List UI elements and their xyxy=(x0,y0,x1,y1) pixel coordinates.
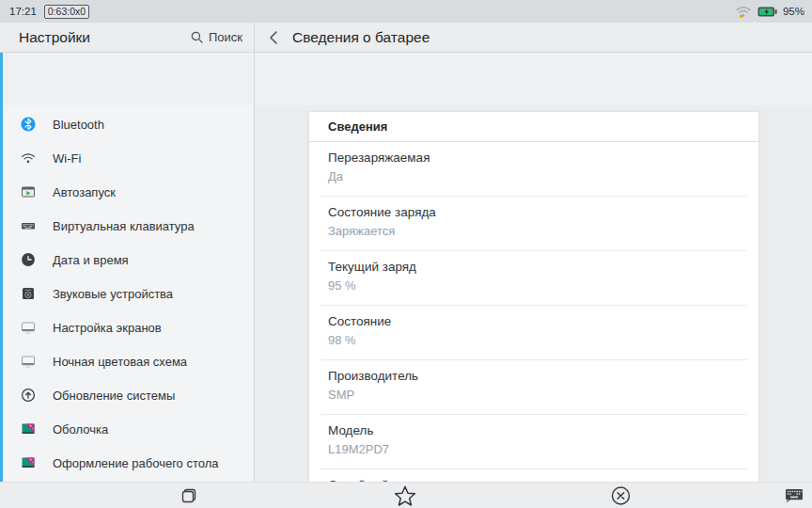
windows-icon xyxy=(180,487,197,504)
bluetooth-icon xyxy=(21,117,36,132)
sidebar-item-datetime[interactable]: Дата и время xyxy=(0,243,254,277)
battery-percent: 95% xyxy=(783,6,804,17)
search-label: Поиск xyxy=(209,30,242,44)
sidebar-item-system-update[interactable]: Обновление системы xyxy=(0,378,254,412)
content-title: Сведения о батарее xyxy=(292,29,429,46)
sidebar-item-desktop-theme[interactable]: Оформление рабочего стола xyxy=(0,446,254,480)
search-icon xyxy=(191,31,203,43)
audio-devices-icon xyxy=(21,286,36,301)
session-indicator: 0:63:0x0 xyxy=(44,5,89,19)
detail-label: Модель xyxy=(328,423,740,437)
status-bar: 17:21 0:63:0x0 xyxy=(0,0,812,23)
sidebar-item-label: Дата и время xyxy=(53,253,129,267)
sidebar-item-bluetooth[interactable]: Bluetooth xyxy=(0,107,254,141)
detail-value: SMP xyxy=(328,388,740,402)
detail-value: 95 % xyxy=(328,278,740,293)
chevron-left-icon xyxy=(269,30,278,45)
back-button[interactable] xyxy=(269,30,278,45)
sidebar-item-shell[interactable]: Оболочка xyxy=(0,412,254,446)
detail-value: L19M2PD7 xyxy=(328,442,740,456)
shell-icon xyxy=(21,421,36,437)
detail-row: Текущий заряд 95 % xyxy=(309,251,758,306)
sidebar-item-label: Оформление рабочего стола xyxy=(53,456,219,470)
battery-charging-icon[interactable] xyxy=(757,7,777,17)
content-header: Сведения о батарее xyxy=(255,23,812,53)
card-header: Сведения xyxy=(309,112,758,142)
sidebar-item-virtual-keyboard[interactable]: Виртуальная клавиатура xyxy=(0,209,254,243)
sidebar: Bluetooth Wi-Fi xyxy=(0,105,254,482)
sidebar-item-audio-devices[interactable]: Звуковые устройства xyxy=(0,277,254,310)
sidebar-item-label: Автозапуск xyxy=(53,185,116,199)
detail-label: Перезаряжаемая xyxy=(328,151,740,165)
card-header-label: Сведения xyxy=(328,119,387,134)
sidebar-item-label: Ночная цветовая схема xyxy=(53,355,187,369)
search-button[interactable]: Поиск xyxy=(191,30,242,44)
sidebar-item-label: Виртуальная клавиатура xyxy=(53,219,195,233)
clock-icon xyxy=(21,252,36,267)
sidebar-item-label: Звуковые устройства xyxy=(53,287,173,301)
detail-row: Перезаряжаемая Да xyxy=(309,142,758,197)
close-app-button[interactable] xyxy=(611,485,631,505)
detail-row: Производитель SMP xyxy=(309,360,758,415)
virtual-keyboard-icon xyxy=(21,218,36,233)
sidebar-item-night-color[interactable]: Ночная цветовая схема xyxy=(0,344,254,378)
night-color-icon xyxy=(21,354,36,369)
star-outline-icon xyxy=(394,484,416,506)
detail-value: Заряжается xyxy=(328,224,740,238)
autostart-icon xyxy=(21,184,36,199)
sidebar-item-label: Wi-Fi xyxy=(53,151,81,166)
desktop-theme-icon xyxy=(21,455,36,470)
task-switcher-button[interactable] xyxy=(180,487,197,504)
main-area: Bluetooth Wi-Fi xyxy=(0,53,812,482)
detail-label: Текущий заряд xyxy=(328,260,740,274)
battery-details-panel: Сведения Перезаряжаемая Да Состояние зар… xyxy=(255,105,812,482)
sidebar-item-autostart[interactable]: Автозапуск xyxy=(0,175,254,209)
sidebar-item-display-settings[interactable]: Настройка экранов xyxy=(0,310,254,344)
detail-label: Состояние заряда xyxy=(328,205,740,219)
bottom-bar xyxy=(0,482,812,508)
sidebar-item-label: Bluetooth xyxy=(53,118,104,132)
detail-row: Состояние 98 % xyxy=(309,306,758,360)
panel-divider xyxy=(254,23,255,482)
detail-row: Состояние заряда Заряжается xyxy=(309,197,758,251)
detail-row: Серийный номер 1115 xyxy=(309,469,758,482)
clock-time: 17:21 xyxy=(9,6,37,17)
page-title: Настройки xyxy=(19,29,90,46)
sidebar-item-label: Настройка экранов xyxy=(53,321,162,335)
system-update-icon xyxy=(21,388,36,403)
keyboard-icon xyxy=(785,488,804,503)
display-icon xyxy=(21,320,36,335)
favorites-button[interactable] xyxy=(394,484,416,506)
sidebar-item-label: Оболочка xyxy=(53,422,108,437)
wifi-status-icon[interactable] xyxy=(735,5,752,19)
sidebar-scrollbar[interactable] xyxy=(0,53,3,482)
settings-window: 17:21 0:63:0x0 xyxy=(0,0,812,508)
virtual-keyboard-toggle-button[interactable] xyxy=(785,488,804,503)
detail-label: Состояние xyxy=(328,314,740,328)
detail-value: 98 % xyxy=(328,333,740,347)
sidebar-header: Настройки Поиск xyxy=(0,23,254,53)
detail-label: Производитель xyxy=(328,369,740,383)
details-card: Сведения Перезаряжаемая Да Состояние зар… xyxy=(308,111,759,482)
sidebar-item-label: Обновление системы xyxy=(53,389,175,403)
detail-value: Да xyxy=(328,169,740,183)
detail-row: Модель L19M2PD7 xyxy=(309,415,758,469)
wifi-icon xyxy=(21,151,36,166)
sidebar-item-wifi[interactable]: Wi-Fi xyxy=(0,141,254,175)
close-circle-icon xyxy=(611,485,631,505)
